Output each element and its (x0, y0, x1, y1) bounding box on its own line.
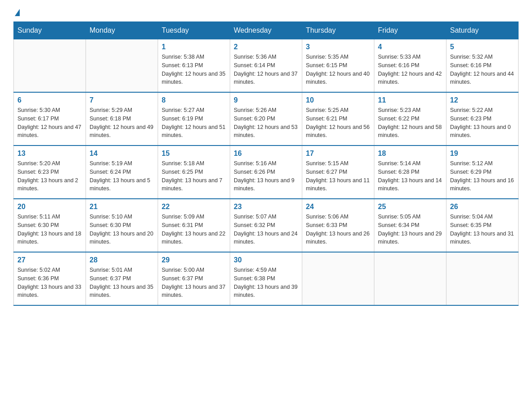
day-number: 8 (162, 96, 226, 104)
calendar-cell: 2Sunrise: 5:36 AMSunset: 6:14 PMDaylight… (230, 39, 302, 93)
day-info: Sunrise: 5:26 AMSunset: 6:20 PMDaylight:… (234, 106, 298, 140)
day-info: Sunrise: 5:33 AMSunset: 6:16 PMDaylight:… (378, 53, 442, 86)
day-number: 20 (17, 203, 82, 211)
day-number: 29 (162, 256, 226, 264)
day-info: Sunrise: 5:09 AMSunset: 6:31 PMDaylight:… (162, 213, 226, 246)
logo-triangle-icon (15, 9, 20, 16)
calendar-cell: 1Sunrise: 5:38 AMSunset: 6:13 PMDaylight… (158, 39, 230, 93)
calendar-cell (302, 252, 374, 305)
days-of-week-row: SundayMondayTuesdayWednesdayThursdayFrid… (14, 22, 519, 39)
day-header-saturday: Saturday (446, 22, 519, 39)
day-number: 15 (162, 150, 226, 158)
calendar-cell (14, 39, 86, 93)
day-number: 23 (234, 203, 298, 211)
calendar-cell: 5Sunrise: 5:32 AMSunset: 6:16 PMDaylight… (446, 39, 519, 93)
day-info: Sunrise: 5:29 AMSunset: 6:18 PMDaylight:… (90, 106, 154, 140)
calendar-cell: 24Sunrise: 5:06 AMSunset: 6:33 PMDayligh… (302, 199, 374, 252)
calendar-cell: 4Sunrise: 5:33 AMSunset: 6:16 PMDaylight… (374, 39, 446, 93)
day-info: Sunrise: 5:12 AMSunset: 6:29 PMDaylight:… (450, 159, 515, 193)
week-row-5: 27Sunrise: 5:02 AMSunset: 6:36 PMDayligh… (14, 252, 519, 305)
calendar-header: SundayMondayTuesdayWednesdayThursdayFrid… (14, 22, 519, 39)
day-info: Sunrise: 5:32 AMSunset: 6:16 PMDaylight:… (450, 53, 515, 86)
week-row-1: 1Sunrise: 5:38 AMSunset: 6:13 PMDaylight… (14, 39, 519, 93)
calendar-cell: 29Sunrise: 5:00 AMSunset: 6:37 PMDayligh… (158, 252, 230, 305)
day-header-thursday: Thursday (302, 22, 374, 39)
calendar-cell (446, 252, 519, 305)
calendar-cell: 7Sunrise: 5:29 AMSunset: 6:18 PMDaylight… (86, 92, 158, 146)
day-number: 16 (234, 150, 298, 158)
day-number: 13 (17, 150, 82, 158)
day-info: Sunrise: 5:04 AMSunset: 6:35 PMDaylight:… (450, 213, 515, 246)
week-row-4: 20Sunrise: 5:11 AMSunset: 6:30 PMDayligh… (14, 199, 519, 252)
day-info: Sunrise: 5:10 AMSunset: 6:30 PMDaylight:… (90, 213, 154, 246)
logo-row1 (13, 9, 20, 17)
day-info: Sunrise: 5:27 AMSunset: 6:19 PMDaylight:… (162, 106, 226, 140)
calendar-cell: 13Sunrise: 5:20 AMSunset: 6:23 PMDayligh… (14, 146, 86, 199)
calendar-body: 1Sunrise: 5:38 AMSunset: 6:13 PMDaylight… (14, 39, 519, 306)
week-row-2: 6Sunrise: 5:30 AMSunset: 6:17 PMDaylight… (14, 92, 519, 146)
day-number: 25 (378, 203, 442, 211)
day-number: 30 (234, 256, 298, 264)
day-info: Sunrise: 4:59 AMSunset: 6:38 PMDaylight:… (234, 266, 298, 300)
day-number: 18 (378, 150, 442, 158)
day-number: 10 (306, 96, 370, 104)
calendar-cell: 19Sunrise: 5:12 AMSunset: 6:29 PMDayligh… (446, 146, 519, 199)
calendar-cell: 20Sunrise: 5:11 AMSunset: 6:30 PMDayligh… (14, 199, 86, 252)
calendar-cell: 22Sunrise: 5:09 AMSunset: 6:31 PMDayligh… (158, 199, 230, 252)
calendar-cell: 16Sunrise: 5:16 AMSunset: 6:26 PMDayligh… (230, 146, 302, 199)
day-info: Sunrise: 5:00 AMSunset: 6:37 PMDaylight:… (162, 266, 226, 300)
calendar-cell: 3Sunrise: 5:35 AMSunset: 6:15 PMDaylight… (302, 39, 374, 93)
day-header-monday: Monday (86, 22, 158, 39)
page-header (13, 9, 519, 17)
day-info: Sunrise: 5:23 AMSunset: 6:22 PMDaylight:… (378, 106, 442, 140)
day-number: 26 (450, 203, 515, 211)
day-info: Sunrise: 5:14 AMSunset: 6:28 PMDaylight:… (378, 159, 442, 193)
calendar-cell (374, 252, 446, 305)
day-info: Sunrise: 5:19 AMSunset: 6:24 PMDaylight:… (90, 159, 154, 193)
calendar-cell: 12Sunrise: 5:22 AMSunset: 6:23 PMDayligh… (446, 92, 519, 146)
day-info: Sunrise: 5:06 AMSunset: 6:33 PMDaylight:… (306, 213, 370, 246)
calendar-cell: 9Sunrise: 5:26 AMSunset: 6:20 PMDaylight… (230, 92, 302, 146)
day-info: Sunrise: 5:36 AMSunset: 6:14 PMDaylight:… (234, 53, 298, 86)
day-number: 5 (450, 43, 515, 51)
day-number: 24 (306, 203, 370, 211)
day-number: 22 (162, 203, 226, 211)
calendar-cell: 23Sunrise: 5:07 AMSunset: 6:32 PMDayligh… (230, 199, 302, 252)
day-number: 12 (450, 96, 515, 104)
day-info: Sunrise: 5:38 AMSunset: 6:13 PMDaylight:… (162, 53, 226, 86)
day-number: 2 (234, 43, 298, 51)
day-info: Sunrise: 5:07 AMSunset: 6:32 PMDaylight:… (234, 213, 298, 246)
day-info: Sunrise: 5:25 AMSunset: 6:21 PMDaylight:… (306, 106, 370, 140)
calendar-cell: 6Sunrise: 5:30 AMSunset: 6:17 PMDaylight… (14, 92, 86, 146)
day-number: 27 (17, 256, 82, 264)
day-info: Sunrise: 5:11 AMSunset: 6:30 PMDaylight:… (17, 213, 82, 246)
day-info: Sunrise: 5:05 AMSunset: 6:34 PMDaylight:… (378, 213, 442, 246)
calendar-cell: 11Sunrise: 5:23 AMSunset: 6:22 PMDayligh… (374, 92, 446, 146)
day-info: Sunrise: 5:02 AMSunset: 6:36 PMDaylight:… (17, 266, 82, 300)
calendar-cell: 10Sunrise: 5:25 AMSunset: 6:21 PMDayligh… (302, 92, 374, 146)
calendar-cell: 14Sunrise: 5:19 AMSunset: 6:24 PMDayligh… (86, 146, 158, 199)
calendar-cell: 30Sunrise: 4:59 AMSunset: 6:38 PMDayligh… (230, 252, 302, 305)
day-number: 4 (378, 43, 442, 51)
calendar-cell: 25Sunrise: 5:05 AMSunset: 6:34 PMDayligh… (374, 199, 446, 252)
day-number: 3 (306, 43, 370, 51)
day-number: 21 (90, 203, 154, 211)
calendar-cell: 26Sunrise: 5:04 AMSunset: 6:35 PMDayligh… (446, 199, 519, 252)
calendar-table: SundayMondayTuesdayWednesdayThursdayFrid… (13, 21, 519, 306)
logo (13, 9, 20, 17)
day-header-friday: Friday (374, 22, 446, 39)
day-info: Sunrise: 5:20 AMSunset: 6:23 PMDaylight:… (17, 159, 82, 193)
day-number: 7 (90, 96, 154, 104)
calendar-cell: 8Sunrise: 5:27 AMSunset: 6:19 PMDaylight… (158, 92, 230, 146)
day-header-sunday: Sunday (14, 22, 86, 39)
day-number: 6 (17, 96, 82, 104)
day-info: Sunrise: 5:30 AMSunset: 6:17 PMDaylight:… (17, 106, 82, 140)
day-info: Sunrise: 5:01 AMSunset: 6:37 PMDaylight:… (90, 266, 154, 300)
day-header-wednesday: Wednesday (230, 22, 302, 39)
day-number: 17 (306, 150, 370, 158)
day-number: 14 (90, 150, 154, 158)
week-row-3: 13Sunrise: 5:20 AMSunset: 6:23 PMDayligh… (14, 146, 519, 199)
calendar-cell: 15Sunrise: 5:18 AMSunset: 6:25 PMDayligh… (158, 146, 230, 199)
calendar-cell: 18Sunrise: 5:14 AMSunset: 6:28 PMDayligh… (374, 146, 446, 199)
calendar-cell: 21Sunrise: 5:10 AMSunset: 6:30 PMDayligh… (86, 199, 158, 252)
